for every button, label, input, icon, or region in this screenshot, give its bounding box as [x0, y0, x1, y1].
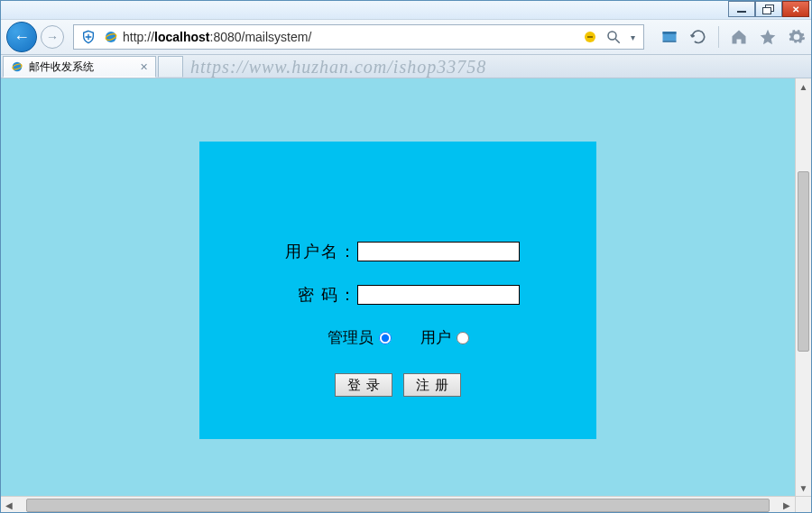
scroll-down-icon[interactable]: ▼	[796, 480, 811, 496]
tab-title: 邮件收发系统	[29, 60, 94, 75]
role-admin-radio[interactable]	[379, 332, 392, 344]
home-icon[interactable]	[730, 28, 748, 46]
browser-toolbar: http://localhost:8080/mailsystem/ ▾	[1, 19, 811, 55]
svg-point-3	[608, 32, 616, 40]
svg-rect-6	[663, 32, 677, 34]
tools-gear-icon[interactable]	[788, 28, 806, 46]
role-user-radio[interactable]	[457, 332, 469, 344]
login-button[interactable]: 登录	[335, 373, 392, 397]
address-bar[interactable]: http://localhost:8080/mailsystem/ ▾	[73, 24, 644, 50]
role-user-label: 用户	[420, 327, 451, 348]
password-input[interactable]	[357, 285, 520, 305]
role-admin-label: 管理员	[328, 327, 374, 348]
tab-strip: 邮件收发系统 ✕ https://www.huzhan.com/ishop337…	[1, 55, 811, 78]
vscroll-thumb[interactable]	[798, 171, 809, 352]
favorites-icon[interactable]	[759, 28, 777, 46]
nav-forward-button[interactable]	[41, 25, 64, 49]
address-url-text: http://localhost:8080/mailsystem/	[123, 30, 575, 44]
scroll-left-icon[interactable]: ◀	[1, 497, 17, 513]
refresh-icon[interactable]	[689, 28, 707, 46]
search-dropdown-icon[interactable]: ▾	[629, 29, 636, 45]
search-icon[interactable]	[605, 29, 622, 45]
window-minimize-button[interactable]	[728, 1, 755, 17]
window-restore-button[interactable]	[755, 1, 782, 17]
compat-shield-icon[interactable]	[78, 26, 99, 48]
password-label: 密 码：	[276, 284, 357, 306]
tab-favicon-icon	[11, 60, 23, 73]
compat-view-icon[interactable]	[660, 28, 678, 46]
new-tab-button[interactable]	[158, 56, 183, 78]
hscroll-track[interactable]	[17, 497, 779, 513]
nav-back-button[interactable]	[6, 22, 37, 52]
scroll-corner	[795, 497, 811, 513]
scroll-right-icon[interactable]: ▶	[779, 497, 795, 513]
window-caption-bar	[1, 1, 811, 19]
register-button[interactable]: 注册	[403, 373, 461, 397]
vertical-scrollbar[interactable]: ▲ ▼	[795, 78, 811, 496]
username-label: 用户名：	[276, 241, 357, 262]
addon-indicator-icon[interactable]	[582, 29, 598, 45]
horizontal-scrollbar[interactable]: ◀ ▶	[1, 496, 811, 513]
hscroll-thumb[interactable]	[26, 499, 770, 512]
vscroll-track[interactable]	[796, 95, 811, 480]
role-user-option[interactable]: 用户	[420, 327, 469, 348]
role-admin-option[interactable]: 管理员	[328, 327, 392, 348]
svg-line-4	[615, 39, 620, 43]
watermark-text: https://www.huzhan.com/ishop33758	[190, 57, 486, 78]
svg-rect-7	[663, 41, 677, 42]
window-close-button[interactable]	[782, 1, 809, 17]
ie-favicon-icon	[103, 29, 119, 45]
tab-mailsystem[interactable]: 邮件收发系统 ✕	[3, 56, 156, 78]
login-panel: 用户名： 密 码： 管理员 用户 登录 注册	[199, 142, 596, 439]
page-content: 用户名： 密 码： 管理员 用户 登录 注册	[1, 78, 795, 496]
username-input[interactable]	[357, 242, 520, 261]
svg-point-8	[13, 62, 23, 72]
tab-close-icon[interactable]: ✕	[140, 61, 148, 73]
scroll-up-icon[interactable]: ▲	[796, 78, 811, 95]
svg-point-0	[106, 32, 116, 42]
